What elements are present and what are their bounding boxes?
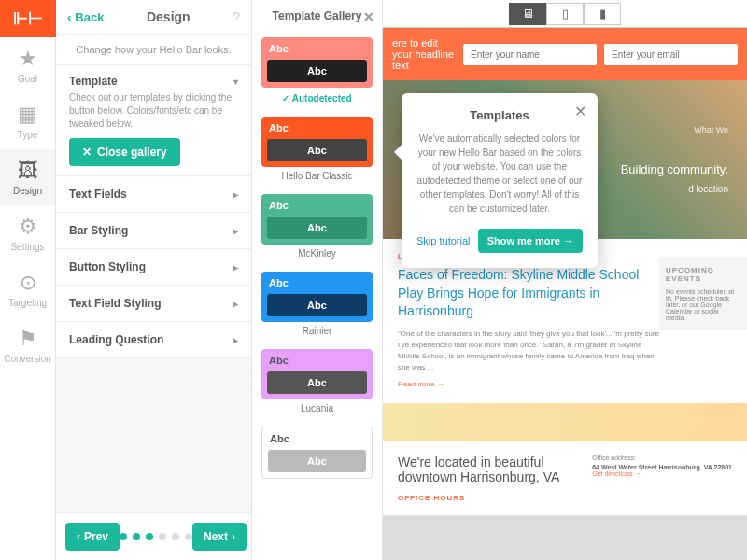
nav-label: Conversion [4, 354, 51, 364]
nav-label: Design [13, 186, 42, 196]
row-bar-styling[interactable]: Bar Styling ▸ [56, 213, 251, 249]
help-icon[interactable]: ? [233, 9, 240, 24]
next-label: Next [204, 530, 228, 543]
step-dots [120, 533, 192, 540]
gallery-close-icon[interactable]: ✕ [363, 9, 374, 24]
back-link[interactable]: ‹ Back [67, 10, 104, 24]
dot-5[interactable] [172, 533, 179, 540]
nav-rail: ⊩⊢ ★ Goal ▦ Type 🖼 Design ⚙ Settings ⊙ T… [0, 0, 56, 560]
template-sample-bottom: Abc [267, 60, 367, 82]
template-card[interactable]: AbcAbc [261, 272, 373, 322]
row-label: Bar Styling [69, 224, 128, 237]
template-head-label: Template [69, 75, 118, 88]
chevron-left-icon: ‹ [77, 530, 80, 543]
hero-text: What We Building community. d location [621, 125, 728, 194]
address-label: Office address: [592, 455, 636, 461]
panel-header: ‹ Back Design ? [56, 0, 251, 35]
pin-icon: ⊙ [20, 271, 36, 295]
template-sample-top: Abc [261, 117, 373, 137]
nav-item-targeting[interactable]: ⊙ Targeting [0, 261, 55, 317]
nav-item-settings[interactable]: ⚙ Settings [0, 205, 55, 261]
mobile-icon: ▮ [599, 7, 606, 21]
dot-3[interactable] [146, 533, 153, 540]
template-sample-bottom: Abc [267, 217, 367, 239]
template-name-label [252, 481, 382, 490]
flag-icon: ⚑ [19, 327, 37, 351]
chevron-right-icon: ▸ [233, 189, 238, 200]
nav-item-type[interactable]: ▦ Type [0, 93, 55, 149]
template-name-label: Rainier [252, 324, 382, 343]
events-text: No events scheduled at th. Please check … [666, 288, 740, 321]
device-desktop-button[interactable]: 🖥 [509, 3, 546, 25]
nav-item-conversion[interactable]: ⚑ Conversion [0, 317, 55, 373]
nav-label: Settings [10, 242, 44, 252]
row-label: Text Field Styling [69, 297, 161, 310]
prev-button[interactable]: ‹ Prev [65, 523, 120, 551]
show-more-button[interactable]: Show me more → [478, 229, 583, 253]
office-hours-label: OFFICE HOURS [398, 494, 585, 502]
preview-area: 🖥 ▯ ▮ ere to edit your headline text Wha… [383, 0, 747, 560]
row-button-styling[interactable]: Button Styling ▸ [56, 249, 251, 286]
template-sample-top: Abc [261, 37, 373, 58]
dot-2[interactable] [133, 533, 140, 540]
template-sample-top: Abc [261, 272, 373, 292]
template-card[interactable]: AbcAbc [261, 349, 373, 399]
row-text-fields[interactable]: Text Fields ▸ [56, 176, 251, 213]
close-icon: ✕ [82, 146, 92, 159]
chevron-right-icon: ▸ [233, 262, 238, 273]
next-button[interactable]: Next › [192, 523, 247, 551]
template-gallery[interactable]: Template Gallery ✕ AbcAbc✓ AutodetectedA… [252, 0, 383, 560]
address-text: 64 West Water Street Harrisonburg, VA 22… [592, 464, 732, 470]
chevron-right-icon: › [232, 530, 235, 543]
logo[interactable]: ⊩⊢ [0, 0, 56, 37]
popover-title: Templates [416, 108, 583, 122]
close-gallery-label: Close gallery [97, 146, 167, 159]
popover-body: We've automatically selected colors for … [416, 132, 583, 216]
name-input[interactable] [463, 44, 597, 65]
headline-text[interactable]: ere to edit your headline text [392, 37, 456, 71]
row-text-field-styling[interactable]: Text Field Styling ▸ [56, 286, 251, 322]
grid-icon: ▦ [18, 103, 37, 127]
chevron-right-icon: ▸ [233, 226, 238, 236]
row-leading-question[interactable]: Leading Question ▸ [56, 322, 251, 358]
gallery-header: Template Gallery ✕ [252, 0, 382, 32]
location-title: We're located in beautiful downtown Harr… [398, 455, 585, 484]
hero-top-label: What We [621, 125, 728, 134]
template-section-head[interactable]: Template ▾ [69, 75, 238, 88]
blog-post-title: Faces of Freedom: Skyline Middle School … [398, 266, 641, 321]
template-sample-bottom: Abc [267, 294, 367, 316]
template-card[interactable]: AbcAbc [261, 427, 373, 479]
hero-location: d location [621, 184, 728, 194]
close-gallery-button[interactable]: ✕ Close gallery [69, 138, 180, 166]
device-mobile-button[interactable]: ▮ [584, 3, 621, 25]
template-sample-top: Abc [262, 427, 372, 448]
template-sample-bottom: Abc [268, 450, 366, 472]
hello-bar-preview: ere to edit your headline text [383, 28, 747, 80]
email-input[interactable] [604, 44, 738, 65]
popover-close-icon[interactable]: ✕ [574, 103, 586, 120]
chevron-left-icon: ‹ [67, 10, 71, 24]
device-tablet-button[interactable]: ▯ [546, 3, 584, 25]
image-icon: 🖼 [18, 159, 38, 183]
dot-1[interactable] [120, 533, 127, 540]
template-sample-bottom: Abc [267, 139, 367, 161]
template-card[interactable]: AbcAbc [261, 194, 373, 245]
hero-tagline: Building community. [621, 162, 728, 176]
skip-tutorial-link[interactable]: Skip tutorial [416, 235, 470, 246]
events-label: UPCOMING EVENTS [666, 266, 740, 283]
nav-item-design[interactable]: 🖼 Design [0, 149, 55, 205]
dot-6[interactable] [185, 533, 192, 540]
template-section-sub: Check out our templates by clicking the … [69, 91, 238, 131]
panel-title: Design [104, 9, 233, 24]
directions-link: Get directions → [592, 470, 641, 477]
dot-4[interactable] [159, 533, 166, 540]
template-card[interactable]: AbcAbc [261, 37, 373, 88]
template-card[interactable]: AbcAbc [261, 117, 373, 167]
chevron-right-icon: ▸ [233, 299, 238, 309]
check-icon: ✓ [282, 93, 289, 104]
nav-item-goal[interactable]: ★ Goal [0, 37, 55, 93]
template-sample-top: Abc [261, 349, 373, 370]
templates-popover: ✕ Templates We've automatically selected… [402, 93, 598, 268]
popover-actions: Skip tutorial Show me more → [416, 229, 583, 253]
row-label: Leading Question [69, 333, 163, 346]
